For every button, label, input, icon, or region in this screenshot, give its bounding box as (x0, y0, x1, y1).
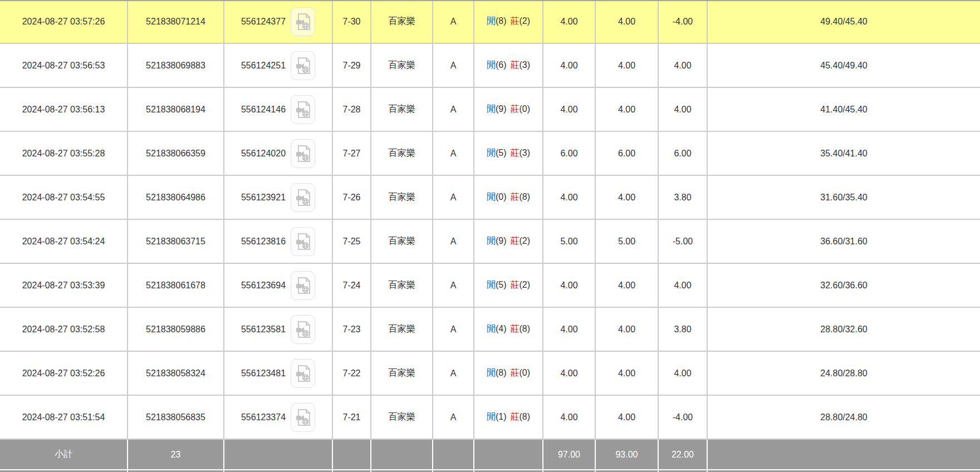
cell-winloss: -5.00 (659, 220, 708, 264)
cell-bet-amount: 4.00 (543, 44, 596, 88)
cell-balance: 35.40/41.40 (708, 132, 980, 176)
cell-time: 2024-08-27 03:54:55 (0, 176, 128, 220)
player-label: 閒 (487, 148, 496, 158)
cell-winloss: 3.80 (659, 308, 708, 352)
video-replay-button[interactable] (291, 315, 315, 344)
cell-game-type: 百家樂 (371, 88, 433, 132)
game-number: 556123694 (241, 281, 286, 291)
cell-time: 2024-08-27 03:51:54 (0, 396, 128, 440)
cell-balance: 28.80/32.60 (708, 308, 980, 352)
player-label: 閒 (487, 192, 496, 201)
cell-result: 閒(8)莊(2) (474, 0, 543, 44)
cell-winloss: 4.00 (659, 264, 708, 308)
cell-balance: 45.40/49.40 (708, 44, 980, 88)
banker-label: 莊 (511, 60, 520, 70)
subtotal-row: 小計 23 97.00 93.00 22.00 (0, 440, 980, 470)
player-score: (9) (496, 236, 507, 245)
subtotal-bet-total: 97.00 (543, 440, 596, 470)
cell-round: 7-25 (333, 220, 371, 264)
cell-valid-amount: 4.00 (596, 396, 659, 440)
video-replay-button[interactable] (291, 403, 315, 432)
game-number: 556123816 (241, 237, 286, 247)
game-number: 556123374 (241, 412, 286, 422)
video-replay-icon (296, 409, 310, 426)
game-number: 556123921 (241, 193, 286, 203)
player-score: (5) (496, 148, 507, 158)
player-label: 閒 (487, 280, 496, 289)
player-label: 閒 (487, 60, 496, 70)
video-replay-icon (296, 365, 310, 382)
video-replay-button[interactable] (291, 7, 315, 36)
cell-game-type: 百家樂 (371, 352, 433, 396)
banker-score: (8) (520, 192, 531, 201)
banker-score: (8) (520, 412, 531, 421)
cell-table: A (433, 264, 474, 308)
cell-bet-amount: 4.00 (543, 88, 596, 132)
table-row: 2024-08-27 03:54:55 521838064986 5561239… (0, 176, 980, 220)
player-score: (4) (496, 324, 507, 333)
table-row: 2024-08-27 03:52:26 521838058324 5561234… (0, 352, 980, 396)
video-replay-icon (296, 189, 310, 206)
banker-score: (8) (520, 324, 531, 333)
table-row: 2024-08-27 03:55:28 521838066359 5561240… (0, 132, 980, 176)
game-number: 556124020 (241, 149, 286, 159)
cell-bet-amount: 5.00 (543, 220, 596, 264)
cell-table: A (433, 396, 474, 440)
cell-winloss: 4.00 (659, 88, 708, 132)
cell-game-number: 556123816 (224, 220, 333, 264)
cell-game-number: 556124146 (224, 88, 333, 132)
cell-game-number: 556123581 (224, 308, 333, 352)
cell-result: 閒(9)莊(0) (474, 88, 543, 132)
table-row: 2024-08-27 03:56:13 521838068194 5561241… (0, 88, 980, 132)
video-replay-icon (296, 233, 310, 250)
cell-game-type: 百家樂 (371, 44, 433, 88)
cell-valid-amount: 5.00 (596, 220, 659, 264)
subtotal-empty-cell (333, 440, 371, 470)
video-replay-icon (296, 145, 310, 162)
cell-balance: 28.80/24.80 (708, 396, 980, 440)
cell-game-number: 556123374 (224, 396, 333, 440)
player-label: 閒 (487, 104, 496, 114)
cell-round: 7-26 (333, 176, 371, 220)
banker-score: (2) (520, 280, 531, 289)
cell-table: A (433, 44, 474, 88)
cell-table: A (433, 0, 474, 44)
cell-winloss: -4.00 (659, 396, 708, 440)
cell-result: 閒(4)莊(8) (474, 308, 543, 352)
banker-label: 莊 (511, 368, 520, 377)
cell-round: 7-28 (333, 88, 371, 132)
cell-bet-amount: 4.00 (543, 264, 596, 308)
video-replay-button[interactable] (291, 183, 315, 212)
banker-label: 莊 (511, 148, 520, 158)
cell-bet-amount: 4.00 (543, 396, 596, 440)
banker-label: 莊 (511, 104, 520, 114)
video-replay-button[interactable] (291, 227, 315, 256)
cell-game-type: 百家樂 (371, 132, 433, 176)
video-replay-button[interactable] (291, 95, 315, 124)
video-replay-button[interactable] (291, 139, 315, 168)
cell-time: 2024-08-27 03:56:53 (0, 44, 128, 88)
player-label: 閒 (487, 236, 496, 245)
banker-label: 莊 (511, 192, 520, 201)
table-row: 2024-08-27 03:52:58 521838059886 5561235… (0, 308, 980, 352)
cell-game-number: 556124251 (224, 44, 333, 88)
cell-table: A (433, 176, 474, 220)
banker-label: 莊 (511, 280, 520, 289)
video-replay-button[interactable] (291, 359, 315, 388)
game-number: 556124146 (241, 105, 286, 115)
cell-time: 2024-08-27 03:52:58 (0, 308, 128, 352)
banker-label: 莊 (511, 412, 520, 421)
video-replay-button[interactable] (291, 51, 315, 80)
subtotal-empty-cell (224, 440, 333, 470)
cell-result: 閒(5)莊(2) (474, 264, 543, 308)
player-label: 閒 (487, 16, 496, 26)
subtotal-empty-cell (433, 440, 474, 470)
cell-bet-amount: 4.00 (543, 0, 596, 44)
cell-time: 2024-08-27 03:52:26 (0, 352, 128, 396)
cell-table: A (433, 132, 474, 176)
table-row: 2024-08-27 03:57:26 521838071214 5561243… (0, 0, 980, 44)
video-replay-button[interactable] (291, 271, 315, 300)
cell-balance: 49.40/45.40 (708, 0, 980, 44)
video-replay-icon (296, 321, 310, 338)
cell-bet-amount: 4.00 (543, 308, 596, 352)
